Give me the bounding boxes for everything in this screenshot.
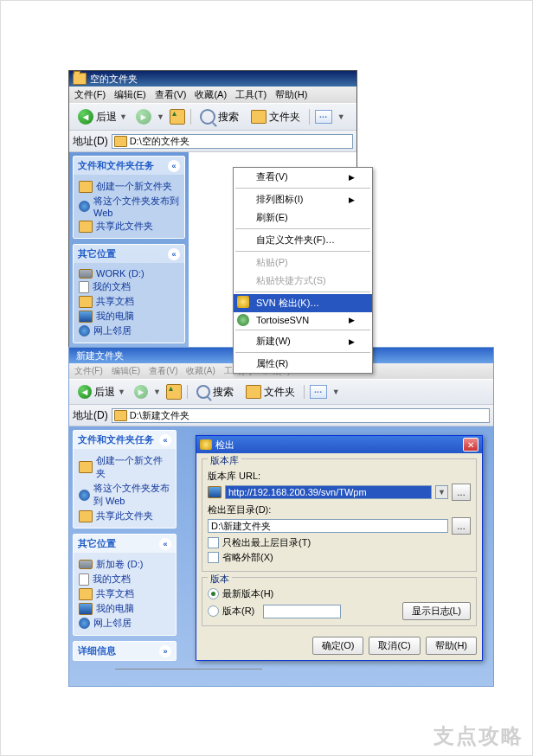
close-button[interactable]: ✕ [463,438,478,452]
up-button[interactable] [170,109,185,125]
ctx-arrange-icons[interactable]: 排列图标(I)▶ [234,190,372,208]
dropdown-icon[interactable]: ▼ [153,388,161,396]
separator [235,228,370,229]
task-new-folder[interactable]: 创建一个新文件夹 [79,454,170,480]
task-publish-web[interactable]: 将这个文件夹发布到 Web [79,482,170,508]
separator [187,385,188,399]
tasks-header[interactable]: 文件和文件夹任务« [74,431,176,449]
context-menu: 查看(V)▶ 排列图标(I)▶ 刷新(E) 自定义文件夹(F)… 粘贴(P) 粘… [233,167,373,374]
place-my-computer[interactable]: 我的电脑 [79,602,170,615]
menu-tools[interactable]: 工具(T) [235,88,266,101]
task-new-folder[interactable]: 创建一个新文件夹 [79,180,179,193]
ctx-label: 排列图标(I) [256,193,303,206]
task-share-folder[interactable]: 共享此文件夹 [79,509,170,522]
places-header[interactable]: 其它位置« [74,245,184,263]
menu-view[interactable]: 查看(V) [155,88,187,101]
dropdown-icon[interactable]: ▼ [119,112,127,121]
help-button[interactable]: 帮助(H) [426,637,477,655]
dropdown-icon[interactable]: ▼ [332,388,340,396]
search-label: 搜索 [218,110,239,125]
collapse-icon[interactable]: « [159,538,171,550]
menu-fav[interactable]: 收藏(A) [186,365,215,377]
ctx-svn-checkout[interactable]: SVN 检出(K)… [234,294,372,312]
place-label: 网上邻居 [93,617,132,630]
ctx-new[interactable]: 新建(W)▶ [234,332,372,350]
search-button[interactable]: 搜索 [196,108,242,125]
revision-group: 版本 最新版本(H) 版本(R) 显示日志(L) [202,577,477,626]
menu-edit[interactable]: 编辑(E) [112,365,140,377]
dropdown-icon[interactable]: ▼ [337,112,345,121]
ctx-view[interactable]: 查看(V)▶ [234,168,372,186]
place-my-documents[interactable]: 我的文档 [79,280,179,293]
content-area[interactable]: 文件和文件夹任务« 创建一个新文件夹 将这个文件夹发布到 Web 共享此文件夹 … [69,426,493,686]
task-label: 创建一个新文件夹 [96,454,170,480]
folders-button[interactable]: 文件夹 [247,109,304,125]
place-network[interactable]: 网上邻居 [79,617,170,630]
menu-view[interactable]: 查看(V) [149,365,177,377]
divider [115,669,262,670]
place-drive-work[interactable]: WORK (D:) [79,268,179,279]
menu-file[interactable]: 文件(F) [74,365,103,377]
expand-icon[interactable]: » [159,645,171,657]
browse-repo-button[interactable]: … [452,484,471,501]
ctx-refresh[interactable]: 刷新(E) [234,208,372,227]
place-network[interactable]: 网上邻居 [79,324,179,337]
place-my-documents[interactable]: 我的文档 [79,573,170,586]
titlebar[interactable]: 空的文件夹 [69,71,356,86]
group-title: 版本 [208,573,232,586]
dialog-titlebar[interactable]: 检出 ✕ [196,436,482,453]
ctx-tortoisesvn[interactable]: TortoiseSVN▶ [234,312,372,328]
ctx-properties[interactable]: 属性(R) [234,355,372,373]
address-bar: 地址(D) D:\新建文件夹 [69,405,493,426]
views-button[interactable] [315,110,332,124]
views-button[interactable] [310,385,327,399]
dropdown-icon[interactable]: ▼ [118,388,125,396]
forward-button[interactable]: ► [134,385,148,399]
show-log-button[interactable]: 显示日志(L) [402,602,471,620]
only-top-checkbox[interactable]: 只检出最上层目录(T) [208,536,471,549]
cancel-button[interactable]: 取消(C) [369,637,420,655]
specific-revision-radio[interactable]: 版本(R) [208,605,254,618]
details-header[interactable]: 详细信息» [74,642,176,660]
revision-input[interactable] [263,605,341,618]
place-label: 共享文档 [96,587,134,600]
collapse-icon[interactable]: « [159,434,171,446]
menu-file[interactable]: 文件(F) [74,88,106,101]
task-publish-web[interactable]: 将这个文件夹发布到 Web [79,195,179,218]
task-share-folder[interactable]: 共享此文件夹 [79,220,179,233]
browse-dir-button[interactable]: … [452,517,471,535]
search-button[interactable]: 搜索 [193,384,237,400]
latest-revision-radio[interactable]: 最新版本(H) [208,587,471,600]
collapse-icon[interactable]: « [168,248,180,260]
back-button[interactable]: ◄后退▼ [74,108,131,125]
place-shared-documents[interactable]: 共享文档 [79,587,170,600]
dropdown-icon[interactable]: ▼ [157,112,164,121]
omit-externals-checkbox[interactable]: 省略外部(X) [208,551,471,564]
ok-button[interactable]: 确定(O) [312,637,364,655]
network-icon [79,618,90,629]
folders-button[interactable]: 文件夹 [242,384,299,400]
menu-help[interactable]: 帮助(H) [275,88,307,101]
url-label: 版本库 URL: [208,470,471,483]
place-shared-documents[interactable]: 共享文档 [79,295,179,308]
collapse-icon[interactable]: « [168,160,180,172]
tasks-box: 文件和文件夹任务« 创建一个新文件夹 将这个文件夹发布到 Web 共享此文件夹 [73,430,177,529]
back-button[interactable]: ◄后退▼ [74,384,129,400]
shared-icon [79,588,93,600]
checkbox-label: 只检出最上层目录(T) [222,536,311,549]
forward-button[interactable]: ► [136,109,151,125]
url-input[interactable] [225,485,432,499]
place-my-computer[interactable]: 我的电脑 [79,310,179,323]
address-input[interactable]: D:\空的文件夹 [112,134,353,149]
up-button[interactable] [166,384,182,400]
place-drive-new[interactable]: 新加卷 (D:) [79,558,170,571]
places-header[interactable]: 其它位置« [74,535,176,553]
menu-edit[interactable]: 编辑(E) [114,88,146,101]
address-input[interactable]: D:\新建文件夹 [112,408,490,423]
menu-fav[interactable]: 收藏(A) [195,88,227,101]
dir-input[interactable] [208,519,448,533]
tasks-header[interactable]: 文件和文件夹任务« [74,157,184,175]
url-dropdown-button[interactable]: ▼ [435,485,448,499]
ctx-customize-folder[interactable]: 自定义文件夹(F)… [234,231,372,249]
place-label: 共享文档 [96,295,134,308]
